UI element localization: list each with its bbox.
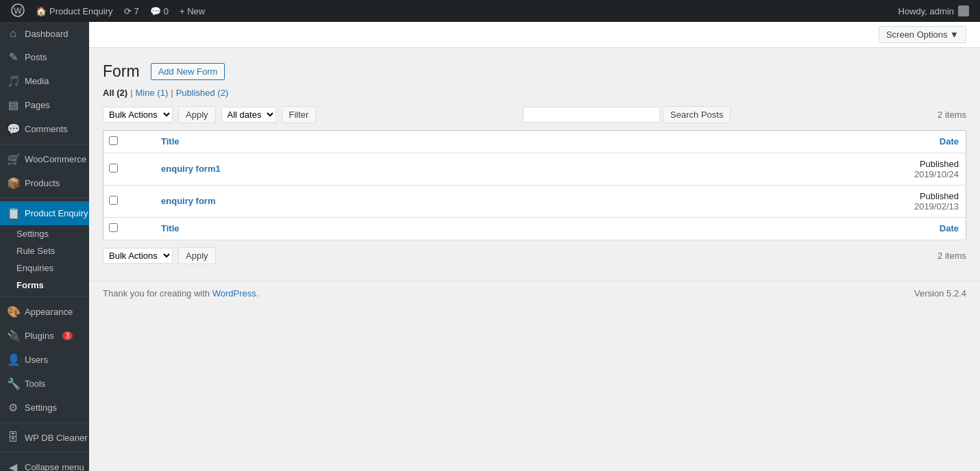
filter-button[interactable]: Filter bbox=[282, 106, 317, 123]
site-name-item[interactable]: 🏠 Product Enquiry bbox=[30, 0, 119, 22]
sidebar-item-pages[interactable]: ▤ Pages bbox=[0, 93, 89, 117]
sidebar-item-product-enquiry[interactable]: 📋 Product Enquiry bbox=[0, 201, 89, 225]
sidebar-item-appearance[interactable]: 🎨 Appearance bbox=[0, 300, 89, 324]
sidebar-item-label: WooCommerce bbox=[25, 154, 86, 164]
site-icon: 🏠 bbox=[36, 6, 47, 16]
admin-menu: ⌂ Dashboard ✎ Posts 🎵 Media ▤ Pages 💬 Co… bbox=[0, 22, 89, 471]
date-filter-select[interactable]: All dates bbox=[221, 107, 276, 123]
check-all-checkbox[interactable] bbox=[109, 136, 118, 145]
sidebar-item-label: Comments bbox=[25, 124, 68, 134]
admin-bar-right: Howdy, admin bbox=[893, 5, 975, 16]
sidebar-sub-forms[interactable]: Forms bbox=[0, 277, 89, 294]
filter-mine-label: Mine bbox=[136, 88, 155, 98]
table-body: enquiry form1 Published 2019/10/24 enqui… bbox=[103, 153, 966, 217]
comments-item[interactable]: 💬 0 bbox=[145, 0, 174, 22]
submenu-label: Enquiries bbox=[16, 263, 53, 273]
sidebar-item-users[interactable]: 👤 Users bbox=[0, 348, 89, 372]
sidebar-item-products[interactable]: 📦 Products bbox=[0, 171, 89, 195]
apply-button-bottom[interactable]: Apply bbox=[178, 247, 216, 264]
menu-separator bbox=[0, 198, 89, 199]
updates-item[interactable]: ⟳ 7 bbox=[119, 0, 145, 22]
title-column-footer: Title bbox=[154, 217, 758, 240]
filter-sep: | bbox=[171, 88, 173, 98]
comments-count: 0 bbox=[164, 6, 169, 16]
sidebar-item-label: Product Enquiry bbox=[25, 208, 88, 218]
filter-all-link[interactable]: All (2) bbox=[103, 88, 127, 98]
filter-mine: Mine (1) | bbox=[136, 88, 176, 98]
new-content-item[interactable]: + New bbox=[174, 0, 210, 22]
sidebar-item-posts[interactable]: ✎ Posts bbox=[0, 45, 89, 69]
sidebar-item-comments[interactable]: 💬 Comments bbox=[0, 117, 89, 141]
search-posts-button[interactable]: Search Posts bbox=[663, 106, 731, 123]
updates-icon: ⟳ bbox=[124, 6, 132, 16]
sidebar-item-tools[interactable]: 🔧 Tools bbox=[0, 372, 89, 396]
row1-date-cell: Published 2019/10/24 bbox=[758, 153, 966, 185]
date-column-label: Date bbox=[940, 136, 959, 147]
sidebar-item-wp-db-cleaner[interactable]: 🗄 WP DB Cleaner bbox=[0, 426, 89, 449]
collapse-label: Collapse menu bbox=[25, 462, 84, 471]
row2-checkbox-cell bbox=[103, 185, 155, 217]
site-name-label: Product Enquiry bbox=[49, 6, 113, 16]
howdy-greeting[interactable]: Howdy, admin bbox=[893, 5, 975, 16]
appearance-icon: 🎨 bbox=[7, 305, 19, 318]
sidebar-item-media[interactable]: 🎵 Media bbox=[0, 69, 89, 93]
wordpress-link[interactable]: WordPress. bbox=[212, 288, 259, 298]
table-row: enquiry form1 Published 2019/10/24 bbox=[103, 153, 966, 185]
filter-published-link[interactable]: Published (2) bbox=[176, 88, 229, 98]
apply-button-top[interactable]: Apply bbox=[178, 106, 216, 123]
row2-title-link[interactable]: enquiry form bbox=[161, 196, 215, 206]
tools-icon: 🔧 bbox=[7, 377, 19, 390]
row1-status: Published bbox=[920, 159, 959, 169]
row1-date: 2019/10/24 bbox=[914, 169, 959, 179]
menu-separator bbox=[0, 144, 89, 144]
add-new-form-button[interactable]: Add New Form bbox=[151, 63, 225, 80]
comments-icon: 💬 bbox=[7, 123, 19, 136]
date-sort-link[interactable]: Date bbox=[940, 136, 959, 147]
plugins-badge: 3 bbox=[62, 331, 73, 340]
filter-mine-link[interactable]: Mine (1) bbox=[136, 88, 169, 98]
sidebar-item-label: Pages bbox=[25, 100, 50, 110]
site-logo[interactable]: W bbox=[5, 0, 30, 22]
row1-title-link[interactable]: enquiry form1 bbox=[161, 164, 221, 174]
menu-separator bbox=[0, 422, 89, 423]
row1-checkbox[interactable] bbox=[109, 164, 118, 173]
search-input[interactable] bbox=[523, 107, 660, 123]
sidebar-item-settings[interactable]: ⚙ Settings bbox=[0, 396, 89, 420]
users-icon: 👤 bbox=[7, 353, 19, 366]
sidebar-item-label: Users bbox=[25, 355, 48, 365]
sidebar-sub-settings[interactable]: Settings bbox=[0, 225, 89, 242]
page-title: Form bbox=[103, 62, 140, 82]
table-foot: Title Date bbox=[103, 217, 966, 240]
filter-mine-count: (1) bbox=[157, 88, 168, 98]
bulk-actions-select-bottom[interactable]: Bulk Actions Delete bbox=[103, 248, 173, 264]
collapse-menu-button[interactable]: ◀ Collapse menu bbox=[0, 455, 89, 471]
footer-thank-you: Thank you for creating with bbox=[103, 288, 212, 298]
sidebar-item-woocommerce[interactable]: 🛒 WooCommerce bbox=[0, 147, 89, 171]
screen-options-button[interactable]: Screen Options ▼ bbox=[879, 26, 966, 43]
wp-footer: Thank you for creating with WordPress. V… bbox=[89, 281, 980, 305]
bulk-actions-select-top[interactable]: Bulk Actions Delete bbox=[103, 107, 173, 123]
date-column-label-foot: Date bbox=[940, 223, 959, 233]
sidebar-sub-rulesets[interactable]: Rule Sets bbox=[0, 242, 89, 259]
title-sort-link[interactable]: Title bbox=[161, 136, 180, 147]
submenu-label: Rule Sets bbox=[16, 246, 55, 256]
sidebar-sub-enquiries[interactable]: Enquiries bbox=[0, 259, 89, 277]
sidebar-item-label: Media bbox=[25, 76, 49, 86]
sidebar-item-dashboard[interactable]: ⌂ Dashboard bbox=[0, 22, 89, 45]
posts-icon: ✎ bbox=[7, 51, 19, 64]
admin-bar: W 🏠 Product Enquiry ⟳ 7 💬 0 + New Howdy,… bbox=[0, 0, 980, 22]
table-row: enquiry form Published 2019/02/13 bbox=[103, 185, 966, 217]
sidebar-item-label: Dashboard bbox=[25, 29, 69, 39]
row2-checkbox[interactable] bbox=[109, 196, 118, 205]
items-count-top: 2 items bbox=[938, 110, 966, 120]
title-sort-link-foot[interactable]: Title bbox=[161, 223, 180, 233]
product-enquiry-icon: 📋 bbox=[7, 207, 19, 220]
main-content: Screen Options ▼ Form Add New Form All (… bbox=[89, 22, 980, 471]
wp-body: ⌂ Dashboard ✎ Posts 🎵 Media ▤ Pages 💬 Co… bbox=[0, 22, 980, 471]
date-sort-link-foot[interactable]: Date bbox=[940, 223, 959, 233]
title-column-header: Title bbox=[154, 130, 758, 153]
sidebar-item-label: Plugins bbox=[25, 331, 54, 341]
sidebar-item-plugins[interactable]: 🔌 Plugins 3 bbox=[0, 324, 89, 348]
filter-links: All (2) | Mine (1) | Published (2) bbox=[103, 88, 966, 98]
check-all-checkbox-foot[interactable] bbox=[109, 223, 118, 232]
